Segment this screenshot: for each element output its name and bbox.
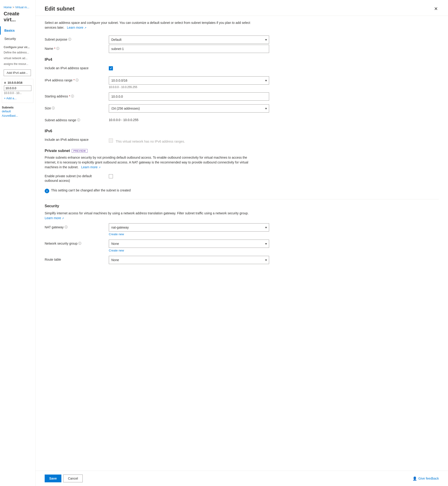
ipv6-header: IPv6 xyxy=(45,129,439,133)
ip-range: 10.0.0.0 - 10... xyxy=(4,91,31,95)
route-table-select[interactable]: None xyxy=(109,256,269,264)
subnet-bastion-link[interactable]: AzureBast... xyxy=(0,114,35,118)
nsg-control: None Create new xyxy=(109,239,269,252)
nat-gateway-create-new-link[interactable]: Create new xyxy=(109,232,269,236)
private-subnet-section: Private subnet PREVIEW Private subnets e… xyxy=(45,149,439,170)
enable-private-subnet-checkbox[interactable] xyxy=(109,174,113,178)
assigns-text: assigns the resour... xyxy=(0,61,35,67)
edit-subnet-drawer: Edit subnet ✕ Select an address space an… xyxy=(35,0,448,486)
ip-input[interactable] xyxy=(4,85,31,91)
nat-gateway-row: NAT gateway ⓘ None nat-gateway Create ne… xyxy=(45,223,439,236)
subnet-purpose-row: Subnet purpose ⓘ Default Virtual Network… xyxy=(45,35,439,44)
subnet-purpose-label: Subnet purpose ⓘ xyxy=(45,35,109,41)
security-learn-more-link[interactable]: Learn more ↗ xyxy=(45,216,64,220)
nat-gateway-control: None nat-gateway Create new xyxy=(109,223,269,236)
ipv4-range-hint: 10.0.0.0 - 10.0.255.255 xyxy=(109,85,269,89)
learn-more-icon: ↗ xyxy=(84,26,86,29)
name-required: * xyxy=(54,47,55,50)
subnet-purpose-info-icon: ⓘ xyxy=(68,37,71,41)
add-subnet-link[interactable]: + Add a... xyxy=(4,96,31,101)
include-ipv4-checkbox[interactable] xyxy=(109,66,113,70)
include-ipv6-control: This virtual network has no IPv6 address… xyxy=(109,136,269,143)
drawer-footer: Save Cancel 👤 Give feedback xyxy=(35,471,448,486)
give-feedback-button[interactable]: 👤 Give feedback xyxy=(413,476,439,481)
intro-learn-more-link[interactable]: Learn more ↗ xyxy=(66,26,86,29)
name-row: Name * ⓘ xyxy=(45,45,439,53)
include-ipv6-label: Include an IPv6 address space xyxy=(45,136,109,141)
separator-1 xyxy=(45,199,439,199)
nsg-create-new-link[interactable]: Create new xyxy=(109,249,269,252)
ipv4-range-info-icon: ⓘ xyxy=(76,78,79,82)
nsg-select-wrapper: None xyxy=(109,239,269,248)
tab-security[interactable]: Security xyxy=(0,35,35,43)
nat-gateway-label: NAT gateway ⓘ xyxy=(45,223,109,229)
add-ipv4-button[interactable]: Add IPv4 addr... xyxy=(4,69,31,76)
drawer-title: Edit subnet xyxy=(45,6,75,12)
info-notice: i This setting can't be changed after th… xyxy=(45,186,439,196)
close-button[interactable]: ✕ xyxy=(433,6,439,12)
size-select[interactable]: /24 (256 addresses) /25 (128 addresses) … xyxy=(109,104,269,113)
save-button[interactable]: Save xyxy=(45,475,61,482)
subnet-default-link[interactable]: default xyxy=(0,109,35,114)
name-label: Name * ⓘ xyxy=(45,45,109,51)
security-header: Security xyxy=(45,204,439,208)
left-panel: Home > Virtual m... Create virt... Basic… xyxy=(0,0,35,486)
breadcrumb-home[interactable]: Home xyxy=(4,6,12,9)
route-table-select-wrapper: None xyxy=(109,256,269,264)
tab-basics[interactable]: Basics xyxy=(0,26,35,35)
ip-cidr: ∧ 10.0.0.0/16 xyxy=(4,81,31,84)
page-title: Create virt... xyxy=(0,10,35,26)
security-learn-more-icon: ↗ xyxy=(62,217,64,220)
ip-block: ∧ 10.0.0.0/16 10.0.0.0 - 10... + Add a..… xyxy=(2,79,33,103)
nav-tabs: Basics Security xyxy=(0,26,35,43)
preview-badge: PREVIEW xyxy=(72,149,87,153)
size-info-icon: ⓘ xyxy=(52,106,55,110)
starting-address-info-icon: ⓘ xyxy=(71,94,74,98)
route-table-row: Route table None xyxy=(45,256,439,264)
ipv4-range-control: 10.0.0.0/16 10.0.0.0 - 10.0.255.255 xyxy=(109,76,269,89)
breadcrumb-vms: Virtual m... xyxy=(15,6,29,9)
subnet-purpose-select-wrapper: Default Virtual Network Gateway Azure Fi… xyxy=(109,35,269,44)
starting-address-required: * xyxy=(69,94,70,98)
ipv4-range-select[interactable]: 10.0.0.0/16 xyxy=(109,76,269,85)
configure-section-title: Configure your vir... xyxy=(0,43,35,50)
info-icon-circle: i xyxy=(45,189,49,193)
subnet-address-range-label: Subnet address range ⓘ xyxy=(45,116,109,122)
intro-text: Select an address space and configure yo… xyxy=(45,20,251,30)
private-subnet-learn-more-link[interactable]: Learn more ↗ xyxy=(80,165,101,169)
subnet-address-range-row: Subnet address range ⓘ 10.0.0.0 - 10.0.0… xyxy=(45,116,439,124)
private-subnet-header-row: Private subnet PREVIEW xyxy=(45,149,439,153)
starting-address-control xyxy=(109,92,269,101)
starting-address-row: Starting address * ⓘ xyxy=(45,92,439,101)
starting-address-input[interactable] xyxy=(109,92,269,101)
private-subnet-description: Private subnets enhance security by not … xyxy=(45,155,251,170)
nat-gateway-select[interactable]: None nat-gateway xyxy=(109,223,269,231)
include-ipv4-control xyxy=(109,64,269,70)
ipv4-range-label: IPv4 address range * ⓘ xyxy=(45,76,109,82)
feedback-icon: 👤 xyxy=(413,476,417,481)
drawer-header: Edit subnet ✕ xyxy=(35,0,448,16)
include-ipv6-checkbox[interactable] xyxy=(109,139,113,143)
subnet-purpose-control: Default Virtual Network Gateway Azure Fi… xyxy=(109,35,269,44)
ipv4-range-select-wrapper: 10.0.0.0/16 xyxy=(109,76,269,85)
enable-private-subnet-control xyxy=(109,172,269,178)
footer-left: Save Cancel xyxy=(45,475,83,482)
cancel-button[interactable]: Cancel xyxy=(63,475,83,482)
subnet-purpose-select[interactable]: Default Virtual Network Gateway Azure Fi… xyxy=(109,35,269,44)
enable-private-subnet-label: Enable private subnet (no default outbou… xyxy=(45,172,109,182)
nsg-select[interactable]: None xyxy=(109,239,269,248)
drawer-content: Select an address space and configure yo… xyxy=(35,16,448,471)
ipv4-range-row: IPv4 address range * ⓘ 10.0.0.0/16 10.0.… xyxy=(45,76,439,89)
route-table-control: None xyxy=(109,256,269,264)
subnets-label: Subnets xyxy=(0,106,35,109)
breadcrumb-sep: > xyxy=(13,6,15,9)
nat-gateway-select-wrapper: None nat-gateway xyxy=(109,223,269,231)
nsg-label: Network security group ⓘ xyxy=(45,239,109,246)
ipv4-header: IPv4 xyxy=(45,58,439,62)
ipv4-range-required: * xyxy=(73,78,74,82)
private-subnet-header: Private subnet xyxy=(45,149,70,153)
name-input[interactable] xyxy=(109,45,269,53)
private-subnet-learn-more-icon: ↗ xyxy=(98,166,101,169)
starting-address-label: Starting address * ⓘ xyxy=(45,92,109,98)
vnet-text: virtual network ad... xyxy=(0,56,35,61)
